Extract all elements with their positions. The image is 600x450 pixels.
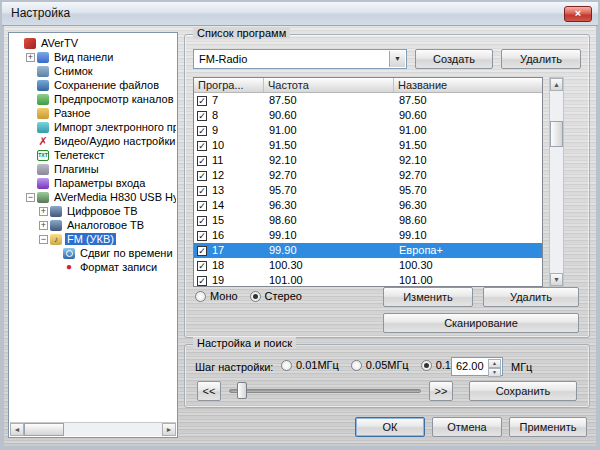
table-row[interactable]: ✓1496.3096.30: [194, 198, 542, 213]
slider-track[interactable]: [229, 389, 421, 393]
tree-item-label[interactable]: Сохранение файлов: [52, 79, 161, 91]
cancel-button[interactable]: Отмена: [432, 417, 502, 437]
tree-item[interactable]: Плагины: [10, 162, 176, 176]
table-row[interactable]: ✓1091.5091.50: [194, 138, 542, 153]
ok-button[interactable]: ОК: [355, 417, 425, 437]
tree-item-label[interactable]: Плагины: [52, 163, 101, 175]
scrollbar-track[interactable]: [64, 423, 162, 436]
channel-checkbox[interactable]: ✓: [197, 126, 207, 136]
tree-item-label[interactable]: Видео/Аудио настройки: [52, 135, 176, 147]
scrollbar-thumb[interactable]: [550, 121, 563, 147]
tree-item-label[interactable]: AVerMedia H830 USB Hybri: [52, 191, 176, 203]
tree-item-label[interactable]: Аналоговое ТВ: [65, 219, 146, 231]
tree-item-label[interactable]: FM (УКВ): [65, 233, 116, 245]
channel-checkbox[interactable]: ✓: [197, 231, 207, 241]
tree-item[interactable]: Сохранение файлов: [10, 78, 176, 92]
tree-item[interactable]: Предпросмотр каналов: [10, 92, 176, 106]
spin-up-icon[interactable]: ▲: [488, 359, 501, 368]
channel-checkbox[interactable]: ✓: [197, 201, 207, 211]
channel-checkbox[interactable]: ✓: [197, 186, 207, 196]
radio-icon[interactable]: [195, 291, 206, 302]
tree-item-label[interactable]: Снимок: [52, 65, 95, 77]
tree-item[interactable]: Параметры входа: [10, 176, 176, 190]
tree-item-label[interactable]: Предпросмотр каналов: [52, 93, 176, 105]
delete-preset-button[interactable]: Удалить: [501, 49, 581, 69]
tree-item[interactable]: Снимок: [10, 64, 176, 78]
table-row[interactable]: ✓890.6090.60: [194, 108, 542, 123]
tree-item-label[interactable]: Сдвиг по времени: [78, 247, 175, 259]
table-row[interactable]: ✓787.5087.50: [194, 93, 542, 108]
table-row[interactable]: ✓19101.00101.00: [194, 273, 542, 287]
channel-checkbox[interactable]: ✓: [197, 261, 207, 271]
channel-checkbox[interactable]: ✓: [197, 111, 207, 121]
scroll-left-icon[interactable]: ◄: [10, 423, 24, 436]
tree-item-label[interactable]: Цифровое ТВ: [65, 205, 140, 217]
audio-mode-radio[interactable]: Стерео: [250, 290, 302, 302]
table-row[interactable]: ✓1192.1092.10: [194, 153, 542, 168]
expand-plus-icon[interactable]: +: [39, 221, 48, 230]
tree-item[interactable]: Телетекст: [10, 148, 176, 162]
channel-checkbox[interactable]: ✓: [197, 216, 207, 226]
column-header[interactable]: Частота: [264, 78, 394, 92]
tuning-step-radio[interactable]: 0.01МГц: [281, 359, 339, 371]
channel-checkbox[interactable]: ✓: [197, 276, 207, 286]
scroll-right-icon[interactable]: ►: [162, 423, 176, 436]
tree-item[interactable]: −AVerMedia H830 USB Hybri: [10, 190, 176, 204]
table-row[interactable]: ✓991.0091.00: [194, 123, 542, 138]
channel-checkbox[interactable]: ✓: [197, 246, 207, 256]
apply-button[interactable]: Применить: [509, 417, 587, 437]
tree-item-label[interactable]: AVerTV: [39, 37, 80, 49]
channel-checkbox[interactable]: ✓: [197, 141, 207, 151]
channel-checkbox[interactable]: ✓: [197, 171, 207, 181]
chevron-down-icon[interactable]: ▼: [389, 51, 405, 67]
scroll-down-icon[interactable]: ▼: [550, 273, 563, 286]
collapse-minus-icon[interactable]: −: [39, 235, 48, 244]
seek-forward-button[interactable]: >>: [429, 381, 453, 401]
scrollbar-thumb[interactable]: [24, 423, 64, 436]
radio-icon[interactable]: [351, 360, 362, 371]
tree-item[interactable]: +Вид панели: [10, 50, 176, 64]
tree-item-label[interactable]: Разное: [52, 107, 92, 119]
table-row[interactable]: ✓1598.6098.60: [194, 213, 542, 228]
scroll-up-icon[interactable]: ▲: [550, 78, 563, 91]
tree-item-label[interactable]: Параметры входа: [52, 177, 147, 189]
collapse-minus-icon[interactable]: −: [26, 193, 35, 202]
tree-item[interactable]: AVerTV: [10, 36, 176, 50]
column-header[interactable]: Название: [394, 78, 542, 92]
tuning-step-radio[interactable]: 0.05МГц: [351, 359, 409, 371]
table-row[interactable]: ✓1699.1099.10: [194, 228, 542, 243]
expand-plus-icon[interactable]: +: [39, 207, 48, 216]
tree-item[interactable]: Разное: [10, 106, 176, 120]
create-button[interactable]: Создать: [415, 49, 493, 69]
tree-item-label[interactable]: Формат записи: [78, 261, 159, 273]
delete-channel-button[interactable]: Удалить: [483, 287, 579, 307]
expand-plus-icon[interactable]: +: [26, 53, 35, 62]
frequency-input[interactable]: 62.00 ▲ ▼: [451, 357, 503, 376]
radio-icon[interactable]: [421, 360, 432, 371]
tree-item[interactable]: +Цифровое ТВ: [10, 204, 176, 218]
tree-item-label[interactable]: Вид панели: [52, 51, 115, 63]
tuning-slider[interactable]: [229, 381, 421, 401]
radio-icon[interactable]: [250, 291, 261, 302]
tree-item[interactable]: −FM (УКВ): [10, 232, 176, 246]
close-icon[interactable]: ×: [564, 6, 592, 22]
tree-horizontal-scrollbar[interactable]: ◄ ►: [10, 422, 176, 436]
table-row[interactable]: ✓1292.7092.70: [194, 168, 542, 183]
tree-item-label[interactable]: Импорт электронного прог: [52, 121, 176, 133]
tree-item[interactable]: Сдвиг по времени: [10, 246, 176, 260]
column-header[interactable]: Програ...: [194, 78, 264, 92]
scan-button[interactable]: Сканирование: [383, 313, 579, 333]
seek-back-button[interactable]: <<: [197, 381, 221, 401]
table-row[interactable]: ✓18100.30100.30: [194, 258, 542, 273]
channel-checkbox[interactable]: ✓: [197, 96, 207, 106]
preset-combobox[interactable]: FM-Radio ▼: [193, 49, 407, 69]
radio-icon[interactable]: [281, 360, 292, 371]
slider-thumb[interactable]: [237, 382, 247, 399]
edit-button[interactable]: Изменить: [383, 287, 473, 307]
tree-item[interactable]: Видео/Аудио настройки: [10, 134, 176, 148]
spin-down-icon[interactable]: ▼: [488, 368, 501, 377]
save-button[interactable]: Сохранить: [469, 381, 577, 401]
tree-item[interactable]: +Аналоговое ТВ: [10, 218, 176, 232]
channel-checkbox[interactable]: ✓: [197, 156, 207, 166]
tree-item[interactable]: Импорт электронного прог: [10, 120, 176, 134]
